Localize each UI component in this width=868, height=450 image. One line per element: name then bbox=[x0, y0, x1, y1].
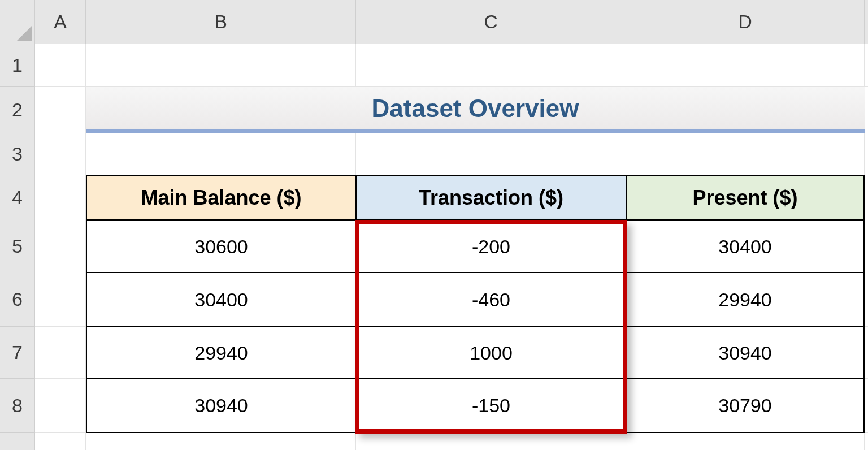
cell-D7[interactable]: 30940 bbox=[626, 327, 865, 379]
cell-edge bbox=[626, 433, 865, 450]
cell-edge bbox=[865, 175, 868, 220]
row-header-2[interactable]: 2 bbox=[0, 87, 35, 133]
column-header-A[interactable]: A bbox=[35, 0, 86, 44]
cell-A7[interactable] bbox=[35, 327, 86, 379]
cell-C3[interactable] bbox=[356, 133, 626, 175]
row-header-5[interactable]: 5 bbox=[0, 220, 35, 272]
cell-B1[interactable] bbox=[86, 44, 356, 87]
cell-A8[interactable] bbox=[35, 379, 86, 433]
cell-B6[interactable]: 30400 bbox=[86, 272, 356, 327]
cell-B3[interactable] bbox=[86, 133, 356, 175]
select-all-corner[interactable] bbox=[0, 0, 35, 44]
cell-C5[interactable]: -200 bbox=[356, 220, 626, 272]
header-transaction[interactable]: Transaction ($) bbox=[356, 175, 626, 220]
cell-edge bbox=[35, 433, 86, 450]
column-header-edge bbox=[865, 0, 868, 44]
cell-B8[interactable]: 30940 bbox=[86, 379, 356, 433]
svg-marker-0 bbox=[16, 25, 32, 41]
header-present[interactable]: Present ($) bbox=[626, 175, 865, 220]
cell-edge bbox=[86, 433, 356, 450]
cell-edge bbox=[865, 44, 868, 87]
cell-edge bbox=[865, 87, 868, 133]
cell-C1[interactable] bbox=[356, 44, 626, 87]
title-merged-cell[interactable]: Dataset Overview bbox=[86, 87, 865, 133]
cell-edge bbox=[865, 379, 868, 433]
cell-A6[interactable] bbox=[35, 272, 86, 327]
row-header-3[interactable]: 3 bbox=[0, 133, 35, 175]
cell-C8[interactable]: -150 bbox=[356, 379, 626, 433]
row-header-1[interactable]: 1 bbox=[0, 44, 35, 87]
select-all-triangle-icon bbox=[16, 25, 32, 41]
cell-edge bbox=[356, 433, 626, 450]
cell-A1[interactable] bbox=[35, 44, 86, 87]
cell-D8[interactable]: 30790 bbox=[626, 379, 865, 433]
row-header-6[interactable]: 6 bbox=[0, 272, 35, 327]
row-header-4[interactable]: 4 bbox=[0, 175, 35, 220]
column-header-D[interactable]: D bbox=[626, 0, 865, 44]
cell-edge bbox=[865, 272, 868, 327]
cell-D6[interactable]: 29940 bbox=[626, 272, 865, 327]
cell-D1[interactable] bbox=[626, 44, 865, 87]
cell-B5[interactable]: 30600 bbox=[86, 220, 356, 272]
cell-A4[interactable] bbox=[35, 175, 86, 220]
row-header-7[interactable]: 7 bbox=[0, 327, 35, 379]
row-header-edge bbox=[0, 433, 35, 450]
cell-edge bbox=[865, 220, 868, 272]
spreadsheet-grid: A B C D 1 2 Dataset Overview 3 4 Main Ba… bbox=[0, 0, 868, 450]
cell-B7[interactable]: 29940 bbox=[86, 327, 356, 379]
cell-A3[interactable] bbox=[35, 133, 86, 175]
cell-A5[interactable] bbox=[35, 220, 86, 272]
column-header-B[interactable]: B bbox=[86, 0, 356, 44]
row-header-8[interactable]: 8 bbox=[0, 379, 35, 433]
header-main-balance[interactable]: Main Balance ($) bbox=[86, 175, 356, 220]
cell-edge bbox=[865, 327, 868, 379]
column-header-C[interactable]: C bbox=[356, 0, 626, 44]
cell-A2[interactable] bbox=[35, 87, 86, 133]
cell-C6[interactable]: -460 bbox=[356, 272, 626, 327]
cell-D5[interactable]: 30400 bbox=[626, 220, 865, 272]
cell-C7[interactable]: 1000 bbox=[356, 327, 626, 379]
cell-D3[interactable] bbox=[626, 133, 865, 175]
cell-edge bbox=[865, 133, 868, 175]
cell-edge bbox=[865, 433, 868, 450]
